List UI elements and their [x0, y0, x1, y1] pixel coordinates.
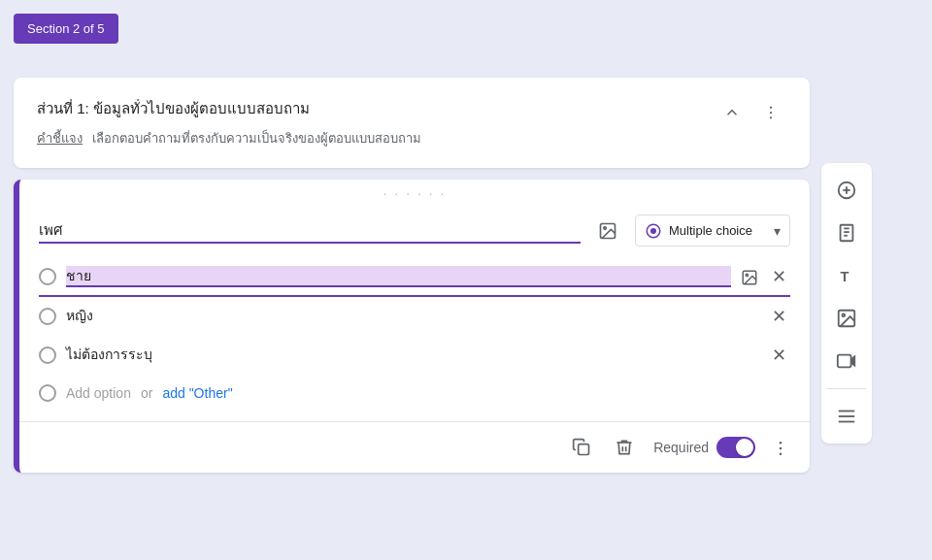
section-desc-text: เลือกตอบคำถามที่ตรงกับความเป็นจริงของผู้…: [92, 131, 421, 146]
svg-rect-23: [838, 355, 851, 368]
option-text-2: หญิง: [66, 303, 758, 329]
svg-point-10: [780, 442, 782, 445]
drag-handle[interactable]: · · · · · ·: [19, 180, 810, 203]
radio-circle: [39, 308, 56, 325]
section-badge: Section 2 of 5: [14, 14, 118, 44]
question-header: Multiple choice Checkboxes Dropdown Shor…: [19, 203, 810, 250]
add-image-button[interactable]: [827, 299, 866, 338]
type-select-wrapper: Multiple choice Checkboxes Dropdown Shor…: [635, 214, 790, 247]
svg-point-0: [770, 107, 772, 109]
svg-point-8: [746, 274, 748, 276]
section-actions: [716, 97, 786, 128]
svg-text:T: T: [841, 269, 849, 284]
section-title: ส่วนที่ 1: ข้อมูลทั่วไปของผู้ตอบแบบสอบถา…: [37, 97, 716, 120]
section-desc-label: คำชี้แจง: [37, 131, 83, 146]
card-footer: Required: [19, 421, 810, 473]
svg-point-12: [780, 453, 782, 456]
svg-point-11: [780, 447, 782, 450]
delete-button[interactable]: [611, 434, 638, 461]
section-desc: คำชี้แจง เลือกตอบคำถามที่ตรงกับความเป็นจ…: [37, 128, 716, 148]
option-remove-button-1[interactable]: ✕: [768, 264, 790, 289]
section-info-card: ส่วนที่ 1: ข้อมูลทั่วไปของผู้ตอบแบบสอบถา…: [14, 78, 810, 168]
sidebar-divider: [827, 388, 866, 389]
option-item: ✕: [39, 258, 790, 297]
option-input-1[interactable]: [66, 266, 731, 287]
required-toggle[interactable]: [716, 437, 755, 458]
question-image-button[interactable]: [592, 214, 623, 247]
content-area: ส่วนที่ 1: ข้อมูลทั่วไปของผู้ตอบแบบสอบถา…: [14, 78, 810, 473]
section-more-button[interactable]: [755, 97, 786, 128]
add-other-link[interactable]: add "Other": [162, 385, 232, 401]
add-video-button[interactable]: [827, 342, 866, 380]
duplicate-button[interactable]: [568, 434, 595, 461]
svg-point-2: [770, 116, 772, 118]
required-label: Required: [653, 440, 709, 455]
collapse-button[interactable]: [716, 97, 748, 128]
option-remove-button-2[interactable]: ✕: [768, 304, 790, 329]
footer-more-button[interactable]: [771, 437, 790, 459]
question-title-input[interactable]: [39, 217, 581, 244]
svg-point-4: [604, 227, 607, 230]
question-type-select[interactable]: Multiple choice Checkboxes Dropdown Shor…: [635, 214, 790, 247]
option-item: ไม่ต้องการระบุ ✕: [39, 336, 790, 375]
add-title-button[interactable]: T: [827, 256, 866, 295]
or-text: or: [141, 385, 152, 401]
section-info-text: ส่วนที่ 1: ข้อมูลทั่วไปของผู้ตอบแบบสอบถา…: [37, 97, 716, 148]
add-option-text[interactable]: Add option: [66, 385, 131, 401]
radio-circle: [39, 346, 56, 364]
option-text-3: ไม่ต้องการระบุ: [66, 342, 758, 368]
option-item: หญิง ✕: [39, 297, 790, 336]
add-section-button[interactable]: [827, 397, 866, 436]
import-questions-button[interactable]: [827, 214, 866, 252]
svg-point-1: [770, 112, 772, 114]
radio-circle-add: [39, 384, 56, 402]
radio-circle: [39, 268, 56, 285]
svg-rect-9: [579, 445, 589, 455]
right-sidebar: T: [821, 163, 872, 444]
svg-point-22: [842, 313, 845, 316]
option-remove-button-3[interactable]: ✕: [768, 343, 790, 368]
options-list: ✕ หญิง ✕ ไม่ต้องการระบุ ✕: [19, 250, 810, 375]
required-toggle-wrapper: Required: [653, 437, 755, 458]
add-question-button[interactable]: [827, 171, 866, 210]
option-image-button-1[interactable]: [741, 268, 758, 286]
question-card: · · · · · ·: [14, 180, 810, 473]
add-option-row: Add option or add "Other": [19, 375, 810, 412]
